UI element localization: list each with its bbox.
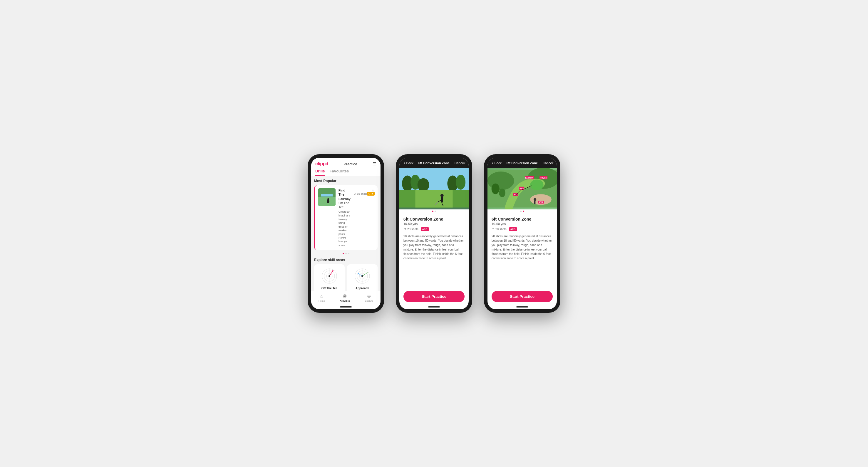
skill-grid: Off The Tee Power and accuracy xyxy=(314,264,378,291)
tabs-row: Drills Favourites xyxy=(311,167,380,176)
featured-drill-card[interactable]: Find The Fairway Off The Tee Create an i… xyxy=(314,185,378,250)
tab-drills[interactable]: Drills xyxy=(315,169,325,176)
dot-2 xyxy=(345,253,347,254)
drill-yardage-2: 10-50 yds xyxy=(403,222,443,226)
activities-icon: ♾ xyxy=(343,293,347,299)
dot-1 xyxy=(343,253,344,254)
svg-point-11 xyxy=(329,275,330,277)
detail-content-2: 6ft Conversion Zone 10-50 yds ☆ ⏱ 20 sho… xyxy=(399,213,469,288)
arg-badge-3: ARG xyxy=(509,227,517,231)
svg-point-68 xyxy=(534,198,536,201)
shots-meta-2: ⏱ 20 shots xyxy=(403,228,418,231)
phone-1: clippd Practice ☰ Drills Favourites Most… xyxy=(308,154,384,313)
drill-thumbnail xyxy=(318,188,336,206)
nav-home-label: Home xyxy=(318,300,325,302)
clock-icon: ⏱ xyxy=(353,192,356,195)
home-indicator-2 xyxy=(428,306,440,307)
svg-point-47 xyxy=(440,194,444,197)
svg-rect-1 xyxy=(318,197,336,206)
svg-point-4 xyxy=(327,198,329,200)
page-title: Practice xyxy=(343,162,357,166)
svg-point-42 xyxy=(417,178,429,192)
svg-rect-2 xyxy=(321,194,333,197)
home-indicator-3 xyxy=(516,306,528,307)
skill-card-approach[interactable]: Approach Dial-in to hit the green xyxy=(347,264,378,291)
image-dots-3 xyxy=(488,209,557,213)
skill-card-ott[interactable]: Off The Tee Power and accuracy xyxy=(314,264,345,291)
img-dot-3-1 xyxy=(520,210,522,212)
phone-3-screen: < Back 6ft Conversion Zone Cancel xyxy=(488,158,557,309)
phone1-content: Most Popular xyxy=(311,176,380,291)
drill-name-block-3: 6ft Conversion Zone 10-50 yds xyxy=(492,217,531,226)
drill-title: Find The Fairway Off The Tee xyxy=(339,188,350,209)
explore-label: Explore skill areas xyxy=(314,258,378,262)
svg-point-44 xyxy=(456,175,465,190)
nav-capture-label: Capture xyxy=(365,300,373,302)
start-practice-button-3[interactable]: Start Practice xyxy=(492,291,553,302)
start-practice-button-2[interactable]: Start Practice xyxy=(403,291,465,302)
drill-meta-3: ⏱ 20 shots ARG xyxy=(492,227,553,231)
favourite-icon[interactable]: ☆ xyxy=(371,188,375,192)
shots-meta-3: ⏱ 20 shots xyxy=(492,228,506,231)
svg-point-20 xyxy=(362,275,363,277)
svg-point-59 xyxy=(499,189,505,197)
detail-title-3: 6ft Conversion Zone xyxy=(506,161,538,165)
svg-point-54 xyxy=(488,171,514,190)
capture-icon: ⊕ xyxy=(367,293,371,299)
drill-yardage-3: 10-50 yds xyxy=(492,222,531,226)
clock-icon-2: ⏱ xyxy=(403,228,406,231)
skill-name-approach: Approach xyxy=(355,287,369,290)
carousel-dots xyxy=(314,252,378,256)
back-button-2[interactable]: < Back xyxy=(403,161,413,165)
svg-point-57 xyxy=(530,179,543,190)
drill-name-row-3: 6ft Conversion Zone 10-50 yds ☆ xyxy=(492,217,553,226)
dot-3 xyxy=(348,253,349,254)
menu-icon[interactable]: ☰ xyxy=(373,162,376,166)
back-button-3[interactable]: < Back xyxy=(492,161,502,165)
svg-text:SAND: SAND xyxy=(539,201,543,203)
img-dot-1 xyxy=(432,210,433,212)
drill-desc-2: 20 shots are randomly generated at dista… xyxy=(403,234,465,261)
phone-2-screen: < Back 6ft Conversion Zone Cancel xyxy=(399,158,469,309)
drill-map: FAIRWAY ROUGH Hit Miss xyxy=(488,168,557,209)
svg-line-10 xyxy=(330,271,333,276)
drill-name-2: 6ft Conversion Zone xyxy=(403,217,443,222)
drill-name-row: 6ft Conversion Zone 10-50 yds ☆ xyxy=(403,217,465,226)
shots-info: ⏱ 10 shots xyxy=(353,192,367,195)
detail-header-2: < Back 6ft Conversion Zone Cancel xyxy=(399,158,469,168)
nav-home[interactable]: ⌂ Home xyxy=(318,294,325,302)
drill-meta-2: ⏱ 20 shots ARG xyxy=(403,227,465,231)
arg-badge-2: ARG xyxy=(421,227,429,231)
img-dot-2 xyxy=(435,210,436,212)
nav-capture[interactable]: ⊕ Capture xyxy=(365,293,373,302)
phone1-header: clippd Practice ☰ xyxy=(311,158,380,167)
detail-content-3: 6ft Conversion Zone 10-50 yds ☆ ⏱ 20 sho… xyxy=(488,213,557,288)
phone-2: < Back 6ft Conversion Zone Cancel xyxy=(396,154,472,313)
svg-point-3 xyxy=(327,200,330,203)
phone-1-screen: clippd Practice ☰ Drills Favourites Most… xyxy=(311,158,380,309)
svg-point-12 xyxy=(332,270,334,271)
svg-rect-69 xyxy=(534,201,536,204)
drill-name-block: 6ft Conversion Zone 10-50 yds xyxy=(403,217,443,226)
explore-section: Explore skill areas xyxy=(314,258,378,291)
img-dot-3-2 xyxy=(523,210,524,212)
svg-text:Miss: Miss xyxy=(520,188,524,190)
app-logo: clippd xyxy=(315,161,328,167)
drill-info: Find The Fairway Off The Tee Create an i… xyxy=(339,188,350,247)
svg-rect-46 xyxy=(415,190,453,208)
drill-photo xyxy=(399,168,469,209)
tab-favourites[interactable]: Favourites xyxy=(330,169,349,176)
clock-icon-3: ⏱ xyxy=(492,228,495,231)
detail-title-2: 6ft Conversion Zone xyxy=(418,161,450,165)
svg-text:FAIRWAY: FAIRWAY xyxy=(525,177,534,179)
nav-activities-label: Activities xyxy=(340,300,350,302)
svg-line-18 xyxy=(362,273,368,276)
home-icon: ⌂ xyxy=(320,294,323,299)
drill-description: Create an imaginary fairway using trees … xyxy=(339,210,350,247)
svg-text:ROUGH: ROUGH xyxy=(540,177,547,179)
phone-3: < Back 6ft Conversion Zone Cancel xyxy=(484,154,560,313)
drill-desc-3: 20 shots are randomly generated at dista… xyxy=(492,234,553,261)
phones-container: clippd Practice ☰ Drills Favourites Most… xyxy=(308,154,560,313)
nav-activities[interactable]: ♾ Activities xyxy=(340,293,350,302)
image-dots-2 xyxy=(399,209,469,213)
